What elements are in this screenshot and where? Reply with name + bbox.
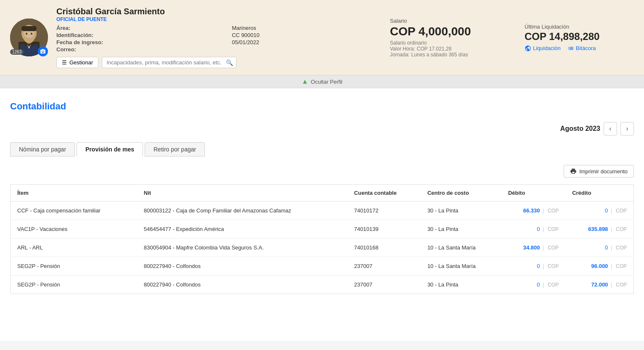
manage-bar: ☰ Gestionar 🔍 <box>56 57 382 68</box>
td-debito: 0 | COP <box>501 220 565 239</box>
bitacora-link-label: Bitácora <box>576 45 596 51</box>
area-label: Área: <box>56 25 225 31</box>
td-centro: 10 - La Santa María <box>421 239 501 257</box>
th-cuenta: Cuenta contable <box>347 185 421 202</box>
table-row: VAC1P - Vacaciones 546454477 - Expedició… <box>11 220 634 239</box>
table-body: CCF - Caja compensación familiar 8000031… <box>11 202 634 294</box>
td-credito: 635.898 | COP <box>565 220 633 239</box>
liquidacion-section: Última Liquidación COP 14,898,280 Liquid… <box>525 24 634 52</box>
correo-value <box>232 46 382 53</box>
search-icon: 🔍 <box>226 59 233 66</box>
credito-value: 96.000 <box>591 263 608 269</box>
salary-label: Salario <box>390 18 516 24</box>
list-icon <box>567 45 574 52</box>
ingreso-value: 05/01/2022 <box>232 39 382 45</box>
manage-btn-label: Gestionar <box>69 59 93 66</box>
td-item: CCF - Caja compensación familiar <box>11 202 137 220</box>
th-credito: Crédito <box>565 185 633 202</box>
prev-month-button[interactable]: ‹ <box>604 122 617 135</box>
debito-unit: COP <box>548 245 559 251</box>
table-row: SEG2P - Pensión 800227940 - Colfondos 23… <box>11 257 634 276</box>
tab-retiro[interactable]: Retiro por pagar <box>145 142 205 156</box>
td-item: SEG2P - Pensión <box>11 276 137 294</box>
hide-profile-label: Ocultar Perfil <box>311 79 342 85</box>
correo-label: Correo: <box>56 46 225 53</box>
search-wrap: 🔍 <box>102 57 236 68</box>
td-item: ARL - ARL <box>11 239 137 257</box>
valor-hora-value: COP 17.021,28 <box>417 46 452 52</box>
hide-profile-bar[interactable]: ▲ Ocultar Perfil <box>0 75 644 88</box>
camera-icon[interactable] <box>38 46 48 56</box>
table-row: SEG2P - Pensión 800227940 - Colfondos 23… <box>11 276 634 294</box>
tab-retiro-label: Retiro por pagar <box>154 146 196 153</box>
tab-provision[interactable]: Provisión de mes <box>77 142 143 156</box>
td-item: SEG2P - Pensión <box>11 257 137 276</box>
credito-value: 72.000 <box>591 281 608 288</box>
profile-details: Área: Marineros Identificación: CC 90001… <box>56 25 382 53</box>
svg-point-5 <box>26 33 27 35</box>
salary-sub: Salario ordinario <box>390 40 516 46</box>
chevron-up-icon: ▲ <box>302 78 308 85</box>
badge-number: 1263 <box>12 50 21 54</box>
td-nit: 800227940 - Colfondos <box>137 257 347 276</box>
credito-unit: COP <box>616 282 627 288</box>
td-debito: 0 | COP <box>501 276 565 294</box>
jornada-label: Jornada: <box>390 52 410 58</box>
credito-value: 0 <box>605 207 608 214</box>
main-content: Contabilidad Agosto 2023 ‹ › Nómina por … <box>0 88 644 341</box>
valor-hora-row: Valor Hora: COP 17.021,28 <box>390 46 516 52</box>
liq-label: Última Liquidación <box>525 24 634 30</box>
jornada-row: Jornada: Lunes a sábado 365 días <box>390 52 516 58</box>
globe-icon <box>525 45 531 52</box>
debito-value: 0 <box>537 263 540 269</box>
tab-provision-label: Provisión de mes <box>85 146 134 153</box>
id-value: CC 900010 <box>232 32 382 38</box>
tab-nomina[interactable]: Nómina por pagar <box>10 142 75 156</box>
td-centro: 10 - La Santa María <box>421 257 501 276</box>
svg-rect-4 <box>21 26 37 31</box>
table-row: CCF - Caja compensación familiar 8000031… <box>11 202 634 220</box>
debito-unit: COP <box>548 226 559 232</box>
credito-unit: COP <box>616 245 627 251</box>
td-credito: 96.000 | COP <box>565 257 633 276</box>
menu-icon: ☰ <box>62 59 67 66</box>
search-input[interactable] <box>102 57 236 68</box>
debito-value: 66.330 <box>523 207 540 214</box>
td-cuenta: 74010172 <box>347 202 421 220</box>
svg-point-6 <box>31 33 32 35</box>
td-cuenta: 237007 <box>347 257 421 276</box>
td-nit: 800227940 - Colfondos <box>137 276 347 294</box>
next-month-button[interactable]: › <box>620 122 634 135</box>
td-nit: 830054904 - Mapfre Colombia Vida Seguros… <box>137 239 347 257</box>
debito-value: 34.800 <box>523 244 540 251</box>
td-centro: 30 - La Pinta <box>421 276 501 294</box>
bitacora-link[interactable]: Bitácora <box>567 45 596 52</box>
td-centro: 30 - La Pinta <box>421 202 501 220</box>
print-btn-label: Imprimir documento <box>579 168 628 175</box>
area-value: Marineros <box>232 25 382 31</box>
avatar-wrap: 1263 <box>10 19 48 56</box>
debito-value: 0 <box>537 281 540 288</box>
date-nav: Agosto 2023 ‹ › <box>10 122 634 135</box>
liquidacion-link[interactable]: Liquidación <box>525 45 561 52</box>
td-cuenta: 237007 <box>347 276 421 294</box>
td-nit: 800003122 - Caja de Comp Familiar del Am… <box>137 202 347 220</box>
manage-button[interactable]: ☰ Gestionar <box>56 57 98 68</box>
th-nit: Nit <box>137 185 347 202</box>
ingreso-label: Fecha de ingreso: <box>56 39 225 45</box>
td-centro: 30 - La Pinta <box>421 220 501 239</box>
section-title: Contabilidad <box>10 101 634 112</box>
valor-hora-label: Valor Hora: <box>390 46 415 52</box>
liq-amount: COP 14,898,280 <box>525 31 634 42</box>
debito-unit: COP <box>548 208 559 214</box>
credito-unit: COP <box>616 263 627 269</box>
liq-links: Liquidación Bitácora <box>525 45 634 52</box>
credito-value: 635.898 <box>588 226 608 232</box>
credito-unit: COP <box>616 208 627 214</box>
td-cuenta: 74010168 <box>347 239 421 257</box>
salary-amount: COP 4,000,000 <box>390 25 516 38</box>
td-debito: 66.330 | COP <box>501 202 565 220</box>
td-item: VAC1P - Vacaciones <box>11 220 137 239</box>
print-button[interactable]: Imprimir documento <box>564 165 634 178</box>
th-item: Ítem <box>11 185 137 202</box>
